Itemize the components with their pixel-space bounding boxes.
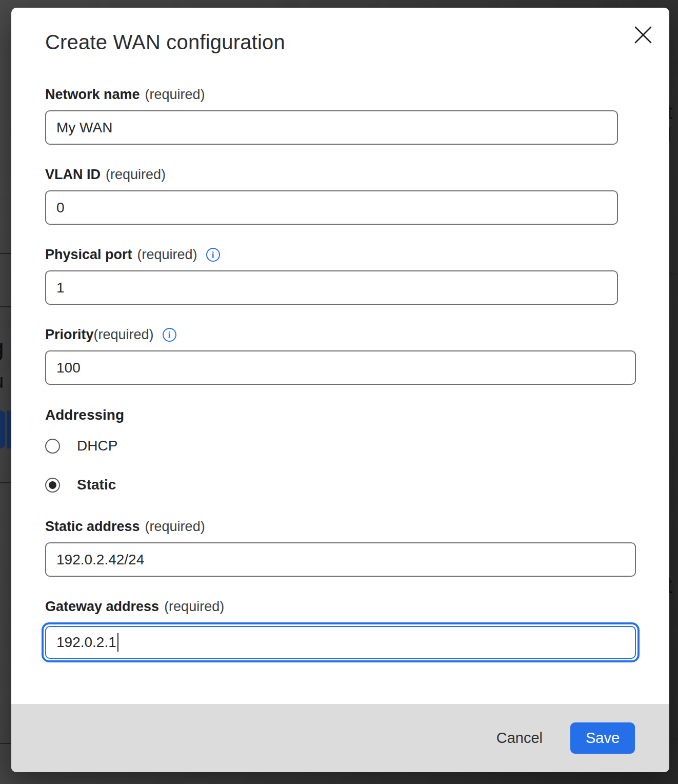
gateway-address-value: 192.0.2.1 [56, 634, 116, 651]
static-address-input[interactable] [45, 542, 636, 577]
background-divider [0, 743, 11, 744]
info-circle-icon[interactable]: i [206, 248, 220, 262]
dialog-body: Create WAN configuration Network name (r… [11, 8, 669, 704]
background-divider [0, 253, 11, 254]
radio-option-label: Static [77, 477, 116, 493]
gateway-address-input[interactable]: 192.0.2.1 [45, 626, 636, 659]
network-name-label: Network name [45, 87, 140, 103]
field-physical-port: Physical port (required) i [45, 247, 669, 305]
background-divider [0, 482, 11, 483]
radio-option-label: DHCP [77, 438, 117, 454]
vlan-id-input[interactable] [45, 190, 618, 225]
field-static-address: Static address (required) [45, 519, 669, 577]
save-button[interactable]: Save [570, 722, 635, 754]
priority-label: Priority [45, 327, 94, 343]
required-hint: (required) [94, 327, 154, 343]
background-text-fragment: u [0, 370, 4, 393]
required-hint: (required) [137, 247, 197, 263]
cancel-button[interactable]: Cancel [493, 724, 546, 752]
field-priority: Priority (required) i [45, 327, 669, 385]
radio-selected-icon [45, 478, 60, 493]
physical-port-input[interactable] [45, 270, 618, 305]
network-name-input[interactable] [45, 110, 618, 145]
field-vlan-id: VLAN ID (required) [45, 167, 669, 225]
create-wan-dialog: Create WAN configuration Network name (r… [11, 8, 669, 772]
priority-input[interactable] [45, 350, 636, 385]
close-icon [634, 26, 652, 44]
radio-unselected-icon [45, 439, 60, 454]
focus-ring: 192.0.2.1 [42, 622, 640, 662]
background-divider [0, 306, 11, 307]
info-circle-icon[interactable]: i [163, 328, 176, 342]
background-button-fragment [0, 410, 5, 448]
background-divider [669, 739, 678, 740]
close-button[interactable] [632, 24, 654, 46]
dialog-title: Create WAN configuration [45, 31, 669, 54]
field-gateway-address: Gateway address (required) 192.0.2.1 [45, 599, 669, 662]
text-cursor [117, 633, 118, 652]
background-divider [669, 273, 678, 275]
required-hint: (required) [145, 87, 205, 103]
field-network-name: Network name (required) [45, 87, 669, 145]
gateway-address-label: Gateway address [45, 599, 159, 615]
dialog-footer: Cancel Save [11, 704, 669, 772]
static-address-label: Static address [45, 519, 140, 535]
required-hint: (required) [106, 167, 166, 183]
vlan-id-label: VLAN ID [45, 167, 101, 183]
modal-backdrop: g u t l t Create WAN configuration Netwo… [0, 0, 678, 784]
physical-port-label: Physical port [45, 247, 132, 263]
addressing-heading: Addressing [45, 407, 669, 423]
background-text-fragment: g [0, 334, 4, 361]
radio-option-static[interactable]: Static [45, 477, 669, 493]
required-hint: (required) [145, 519, 205, 535]
background-button-fragment [7, 410, 11, 448]
radio-option-dhcp[interactable]: DHCP [45, 438, 669, 454]
required-hint: (required) [164, 599, 224, 615]
